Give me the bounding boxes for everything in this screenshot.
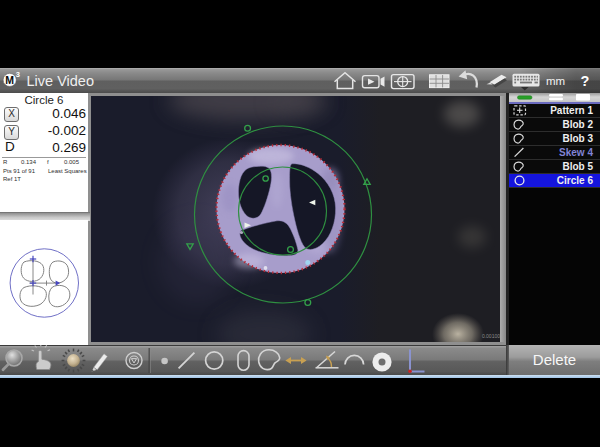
svg-text:0.00100: 0.00100: [482, 333, 500, 339]
svg-text:?: ?: [581, 73, 590, 89]
svg-text:3: 3: [16, 70, 20, 79]
svg-text:Live Video: Live Video: [27, 73, 94, 89]
svg-text:mm: mm: [546, 75, 565, 87]
svg-text:M: M: [5, 74, 14, 86]
